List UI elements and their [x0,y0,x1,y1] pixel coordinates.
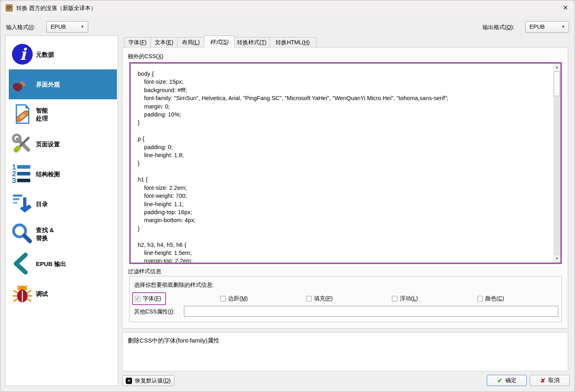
scrollbar-thumb[interactable] [554,71,560,96]
extra-css-editor[interactable]: body { font-size: 15px; background: #fff… [130,63,561,263]
ok-button[interactable]: ✔ 确定 [487,375,527,386]
tools-icon [11,133,34,155]
scroll-down-icon[interactable]: ▼ [553,255,560,262]
sidebar-item-label: 结构检测 [36,170,60,178]
title-bar: ⟳ 转换 西方的没落（新版全译本） ✕ [0,0,575,16]
conversion-sections-sidebar: i 元数据 界面外观 [5,35,118,386]
sidebar-item-structure-detection[interactable]: 1 2 3 结构检测 [6,159,118,189]
cancel-button[interactable]: ✘ 取消 [530,375,570,386]
checkbox-label: 字体(F) [143,295,161,302]
sidebar-item-debug[interactable]: 调试 [6,279,118,309]
checkbox-margins[interactable]: 边距(M) [220,294,248,304]
checkbox-label: 边距(M) [228,295,248,302]
sidebar-item-epub-output[interactable]: EPUB 输出 [6,249,118,279]
sidebar-item-label: 界面外观 [36,81,60,89]
chevron-left-icon [11,252,34,275]
extra-css-label: 额外的CSS(X) [128,53,163,60]
chevron-down-icon: ▼ [561,25,565,29]
convert-book-icon: ⟳ [6,4,13,12]
check-icon: ✔ [497,376,502,385]
ok-label: 确定 [506,377,517,384]
scroll-up-icon[interactable]: ▲ [553,64,560,71]
restore-defaults-label: 恢复默认值(D) [135,377,170,384]
sidebar-item-label: EPUB 输出 [36,260,66,268]
checkbox-checked-icon[interactable]: ✓ [135,296,140,301]
input-format-value: EPUB [51,24,66,30]
tab-styling[interactable]: 样式(S) [204,35,235,47]
toc-hand-icon [11,193,34,215]
sidebar-item-heuristics[interactable]: 智能 处理 [6,99,118,129]
filter-checkbox-row: ✓ 字体(F) 边距(M) 填充(P) 浮动(L) 颜色(C) [130,292,561,305]
extra-css-highlight-frame: body { font-size: 15px; background: #fff… [129,62,562,264]
checkbox-unchecked-icon[interactable] [392,296,397,301]
checkbox-floats[interactable]: 浮动(L) [392,294,418,304]
sidebar-item-label: 目录 [36,200,48,208]
checkbox-colors[interactable]: 颜色(C) [477,294,504,304]
checkbox-label: 填充(P) [314,295,333,302]
option-help-text: 删除CSS中的字体(font-family)属性 [128,337,219,345]
other-css-input[interactable] [184,306,558,317]
output-format-select[interactable]: EPUB ▼ [525,21,569,33]
tab-layout[interactable]: 布局(L) [177,37,204,48]
sidebar-item-label: 调试 [36,290,48,298]
css-scrollbar[interactable]: ▲ ▼ [553,64,560,262]
filter-style-prompt: 选择你想要彻底删除的样式信息: [134,282,214,289]
sidebar-item-metadata[interactable]: i 元数据 [6,39,118,69]
checkbox-unchecked-icon[interactable] [477,296,483,301]
checkbox-unchecked-icon[interactable] [306,296,312,301]
checkbox-padding[interactable]: 填充(P) [306,294,333,304]
numbered-list-icon: 1 2 3 [11,163,34,185]
other-css-label: 其他CSS属性(I): [134,308,175,315]
styling-tab-pane: 额外的CSS(X) body { font-size: 15px; backgr… [122,47,568,329]
option-help-box: 删除CSS中的字体(font-family)属性 [122,332,568,371]
paintbrush-icon [11,73,34,95]
tab-fonts[interactable]: 字体(F) [124,37,151,48]
heuristics-icon [11,103,34,125]
cancel-label: 取消 [548,377,559,384]
cross-icon: ✘ [540,377,545,384]
tab-transform-styles[interactable]: 转换样式(T) [234,37,269,48]
info-icon: i [11,43,34,65]
close-icon[interactable]: ✕ [556,0,575,16]
chevron-down-icon: ▼ [81,25,84,29]
svg-text:3: 3 [12,177,16,185]
sidebar-item-label: 智能 处理 [36,106,48,122]
checkbox-unchecked-icon[interactable] [220,296,226,301]
input-format-label: 输入格式(I): [6,24,35,31]
magnifier-icon [11,223,34,245]
sidebar-item-search-replace[interactable]: 查找 & 替换 [6,219,118,249]
restore-defaults-button[interactable]: ✕ 恢复默认值(D) [122,375,174,386]
checkbox-label: 浮动(L) [400,295,418,302]
sidebar-item-label: 元数据 [36,51,54,59]
clear-icon: ✕ [126,378,132,384]
sidebar-item-label: 查找 & 替换 [36,226,54,242]
filter-style-groupbox: 选择你想要彻底删除的样式信息: ✓ 字体(F) 边距(M) 填充(P) 浮动(L… [129,276,562,322]
filter-style-group-title: 过滤样式信息 [128,268,161,275]
output-format-value: EPUB [530,24,545,30]
sidebar-item-label: 页面设置 [36,140,60,148]
sidebar-item-look-and-feel[interactable]: 界面外观 [9,69,117,99]
checkbox-label: 颜色(C) [485,295,504,302]
window-title: 转换 西方的没落（新版全译本） [16,5,96,12]
input-format-select[interactable]: EPUB ▼ [46,21,88,33]
tab-transform-html[interactable]: 转换HTML(H) [269,37,316,48]
output-format-label: 输出格式(O): [482,24,514,31]
sidebar-item-page-setup[interactable]: 页面设置 [6,129,118,159]
sidebar-item-toc[interactable]: 目录 [6,189,118,219]
bug-icon [11,282,34,305]
tab-text[interactable]: 文本(E) [150,37,178,48]
convert-dialog-window: ⟳ 转换 西方的没落（新版全译本） ✕ 输入格式(I): EPUB ▼ 输出格式… [0,0,575,392]
checkbox-fonts[interactable]: ✓ 字体(F) [132,292,166,305]
extra-css-content[interactable]: body { font-size: 15px; background: #fff… [131,64,553,262]
